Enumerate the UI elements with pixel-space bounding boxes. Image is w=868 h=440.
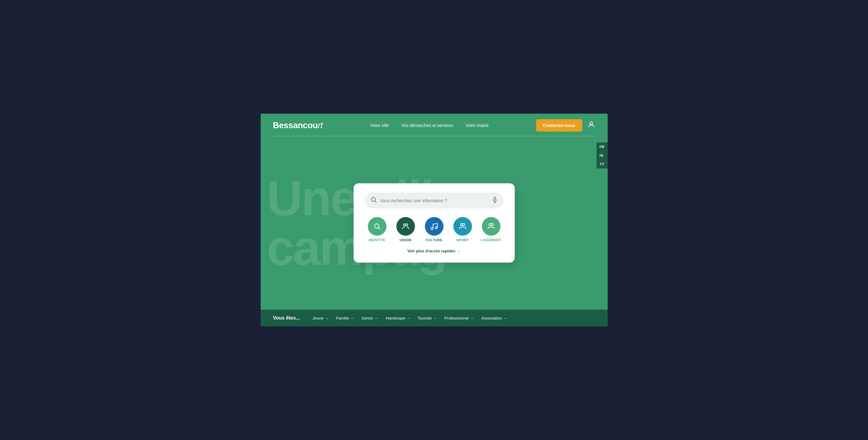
bottom-link-famille[interactable]: Famille →	[336, 316, 354, 320]
header-actions: Contactez-nous	[536, 119, 595, 132]
bottom-link-association[interactable]: Association →	[481, 316, 507, 320]
svg-point-1	[371, 198, 375, 202]
contact-button[interactable]: Contactez-nous	[536, 119, 582, 132]
logo[interactable]: Bessancourt	[273, 121, 323, 130]
user-icon[interactable]	[587, 121, 595, 130]
bottom-links: Jeune → Famille → Senior → Handicapé → T…	[312, 316, 507, 320]
svg-point-6	[374, 224, 379, 228]
social-sidebar: FB IN YT	[596, 142, 608, 168]
qa-union-label: UNION	[400, 238, 411, 242]
svg-point-9	[406, 224, 408, 226]
qa-sport-icon	[453, 217, 472, 236]
search-input[interactable]	[380, 198, 489, 203]
qa-logement-icon	[482, 217, 500, 236]
bottom-bar: Vous êtes... Jeune → Famille → Senior → …	[260, 310, 608, 326]
bottom-link-handicape[interactable]: Handicapé →	[386, 316, 410, 320]
qa-culture[interactable]: CULTURE	[422, 217, 446, 242]
nav-votre-mairie[interactable]: Votre mairie	[465, 123, 489, 128]
svg-point-0	[590, 122, 592, 125]
nav-vos-demarches[interactable]: Vos démarches et services	[401, 123, 453, 128]
social-facebook[interactable]: FB	[596, 142, 608, 151]
search-icon	[370, 196, 377, 205]
qa-culture-icon	[425, 217, 443, 236]
svg-point-8	[403, 224, 406, 226]
quick-access: IDENTITÉ UNION	[365, 217, 503, 242]
bottom-link-jeune[interactable]: Jeune →	[312, 316, 329, 320]
svg-point-15	[491, 224, 493, 226]
search-card: IDENTITÉ UNION	[353, 183, 515, 263]
svg-point-11	[435, 227, 437, 229]
search-bar	[365, 193, 503, 208]
social-youtube[interactable]: YT	[596, 160, 608, 168]
page-wrapper: Bessancourt Votre ville Vos démarches et…	[260, 114, 608, 326]
vous-etes-label: Vous êtes...	[273, 315, 300, 321]
qa-sport-label: SPORT	[456, 238, 469, 242]
qa-culture-label: CULTURE	[426, 238, 442, 242]
qa-union[interactable]: UNION	[393, 217, 418, 242]
svg-rect-3	[494, 197, 496, 200]
social-instagram[interactable]: IN	[596, 151, 608, 160]
svg-point-14	[489, 224, 491, 226]
voir-plus-link[interactable]: Voir plus d'accès rapides →	[365, 249, 503, 253]
qa-identite-label: IDENTITÉ	[368, 238, 385, 242]
qa-union-icon	[396, 217, 415, 236]
qa-sport[interactable]: SPORT	[450, 217, 475, 242]
qa-identite[interactable]: IDENTITÉ	[365, 217, 390, 242]
qa-identite-icon	[368, 217, 386, 236]
bottom-link-touriste[interactable]: Touriste →	[418, 316, 437, 320]
nav-votre-ville[interactable]: Votre ville	[370, 123, 389, 128]
main-nav: Votre ville Vos démarches et services Vo…	[370, 123, 489, 128]
svg-point-10	[431, 228, 433, 230]
svg-line-7	[378, 228, 380, 229]
svg-point-13	[463, 224, 465, 226]
bottom-link-professionnel[interactable]: Professionnel →	[444, 316, 474, 320]
svg-point-12	[461, 224, 463, 226]
qa-logement[interactable]: LOGEMENT	[479, 217, 503, 242]
qa-logement-label: LOGEMENT	[480, 238, 501, 242]
bottom-link-senior[interactable]: Senior →	[362, 316, 378, 320]
hero-section: Une ville campag FB IN YT	[260, 136, 608, 310]
svg-line-2	[375, 201, 376, 203]
mic-icon[interactable]	[492, 197, 498, 204]
user-svg	[587, 121, 595, 129]
header: Bessancourt Votre ville Vos démarches et…	[260, 114, 608, 132]
